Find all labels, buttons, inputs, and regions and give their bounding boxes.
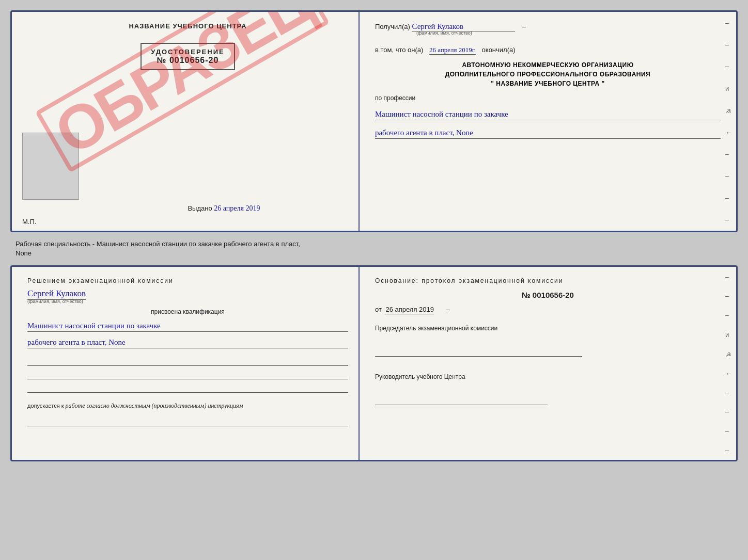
desc-line2: None <box>15 249 738 258</box>
prisvoena-label: присвоена квалификация <box>27 308 348 315</box>
poluchil-line: Получил(a) Сергей Кулаков – (фамилия, им… <box>375 22 721 36</box>
dash-marks-right: – – – и ,а ← – – – – <box>725 12 732 231</box>
top-cert-title: НАЗВАНИЕ УЧЕБНОГО ЦЕНТРА <box>129 22 246 30</box>
profession-line1: Машинист насосной станции по закачке <box>375 110 721 120</box>
predsedatel-label: Председатель экзаменационной комиссии <box>375 325 721 332</box>
cert-bottom-left: Решением экзаменационной комиссии Сергей… <box>12 267 360 460</box>
profession-line2: рабочего агента в пласт, None <box>375 129 721 139</box>
protocol-num: № 0010656-20 <box>375 291 721 299</box>
desc-line1: Рабочая специальность - Машинист насосно… <box>15 239 738 249</box>
top-certificate: НАЗВАНИЕ УЧЕБНОГО ЦЕНТРА ОБРАЗЕЦ УДОСТОВ… <box>10 10 738 232</box>
dopuskaetsya-label: допускается к <box>27 403 64 409</box>
ot-date-line: от 26 апреля 2019 – <box>375 306 721 313</box>
poluchil-label: Получил(a) <box>375 23 410 30</box>
dopuskaetsya-block: допускается к работе согласно должностны… <box>27 402 348 410</box>
cert-top-right: Получил(a) Сергей Кулаков – (фамилия, им… <box>360 12 736 231</box>
vydano-label: Выдано <box>188 204 212 212</box>
okonchil-label: окончил(а) <box>482 46 516 54</box>
udostoverenie-number: № 0010656-20 <box>151 56 224 65</box>
vydano-line: Выдано 26 апреля 2019 <box>115 204 260 220</box>
bottom-name-block: Сергей Кулаков (фамилия, имя, отчество) <box>27 289 348 304</box>
cert-top-left: НАЗВАНИЕ УЧЕБНОГО ЦЕНТРА ОБРАЗЕЦ УДОСТОВ… <box>12 12 360 231</box>
rukovoditel-label: Руководитель учебного Центра <box>375 373 721 380</box>
vydano-date: 26 апреля 2019 <box>214 204 260 212</box>
dopuskaetsya-value: работе согласно должностным (производств… <box>66 402 243 409</box>
bottom-qual-line1: Машинист насосной станции по закачке <box>27 322 348 332</box>
org-line1: АВТОНОМНУЮ НЕКОММЕРЧЕСКУЮ ОРГАНИЗАЦИЮ <box>375 60 721 70</box>
familiya-label-bottom: (фамилия, имя, отчество) <box>27 299 348 304</box>
familiya-label-top: (фамилия, имя, отчество) <box>416 30 721 36</box>
vtom-line: в том, что он(а) 26 апреля 2019г. окончи… <box>375 46 721 54</box>
cert-bottom-right: Основание: протокол экзаменационной коми… <box>360 267 736 460</box>
ot-label: от <box>375 306 382 313</box>
bottom-certificate: Решением экзаменационной комиссии Сергей… <box>10 265 738 461</box>
bottom-blank-line <box>27 417 348 426</box>
ot-date: 26 апреля 2019 <box>385 306 434 314</box>
bottom-description: Рабочая специальность - Машинист насосно… <box>10 237 738 260</box>
blank-line2 <box>27 370 348 379</box>
vtom-date: 26 апреля 2019г. <box>429 46 476 55</box>
resheniem-label: Решением экзаменационной комиссии <box>27 277 348 284</box>
predsedatel-sign-line <box>375 348 582 357</box>
blank-line3 <box>27 383 348 393</box>
rukovoditel-sign-line <box>375 397 548 405</box>
org-line3: " НАЗВАНИЕ УЧЕБНОГО ЦЕНТРА " <box>375 79 721 88</box>
dash-marks-bottom-right: – – – и ,а ← – – – – <box>725 267 732 460</box>
vtom-label: в том, что он(а) <box>375 46 423 54</box>
udostoverenie-box: УДОСТОВЕРЕНИЕ № 0010656-20 <box>141 43 235 70</box>
org-block: АВТОНОМНУЮ НЕКОММЕРЧЕСКУЮ ОРГАНИЗАЦИЮ ДО… <box>375 60 721 88</box>
org-line2: ДОПОЛНИТЕЛЬНОГО ПРОФЕССИОНАЛЬНОГО ОБРАЗО… <box>375 70 721 79</box>
page-wrapper: НАЗВАНИЕ УЧЕБНОГО ЦЕНТРА ОБРАЗЕЦ УДОСТОВ… <box>10 10 738 461</box>
osnovanie-label: Основание: протокол экзаменационной коми… <box>375 277 721 284</box>
blank-line1 <box>27 357 348 366</box>
bottom-name: Сергей Кулаков <box>27 289 86 300</box>
mp-label: М.П. <box>22 218 36 226</box>
obrazets-watermark: ОБРАЗЕЦ <box>35 10 330 173</box>
po-professii: по профессии <box>375 94 721 102</box>
udostoverenie-title: УДОСТОВЕРЕНИЕ <box>151 48 224 56</box>
photo-placeholder <box>22 133 79 200</box>
bottom-qual-line2: рабочего агента в пласт, None <box>27 338 348 348</box>
